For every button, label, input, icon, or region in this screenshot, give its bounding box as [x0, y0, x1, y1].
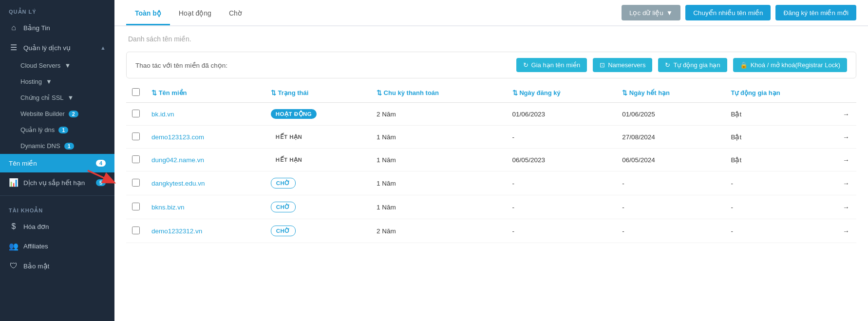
- status-badge: CHỜ: [271, 202, 296, 212]
- select-all-checkbox[interactable]: [132, 88, 140, 96]
- nameservers-button[interactable]: ⊡ Nameservers: [593, 58, 652, 72]
- quan-ly-dns-badge: 1: [58, 127, 68, 133]
- tab-hoat-dong[interactable]: Hoạt động: [170, 1, 220, 25]
- domain-table-wrapper: ⇅ Tên miền ⇅ Trạng thái ⇅ Chu kỳ thanh t…: [114, 83, 868, 243]
- quan-ly-dns-label: Quản lý dns: [20, 126, 55, 133]
- table-header: ⇅ Tên miền ⇅ Trạng thái ⇅ Chu kỳ thanh t…: [126, 83, 856, 103]
- lock-icon: 🔒: [740, 61, 748, 69]
- sort-icon: ⇅: [271, 89, 276, 96]
- website-builder-badge: 2: [69, 111, 78, 117]
- chu-ky-cell: 2 Năm: [371, 103, 507, 126]
- chart-icon: 📊: [9, 178, 19, 187]
- tu-dong-cell: -: [725, 171, 837, 195]
- nameservers-label: Nameservers: [608, 61, 645, 69]
- ngay-het-han-cell: -: [616, 219, 725, 243]
- row-arrow[interactable]: →: [837, 171, 856, 195]
- filter-button[interactable]: Lọc dữ liệu ▼: [622, 5, 680, 20]
- lock-button[interactable]: 🔒 Khoá / mở khoá(Registrar Lock): [733, 58, 847, 72]
- register-label: Đăng ký tên miền mới: [783, 9, 849, 17]
- bulk-actions-label: Thao tác với tên miền đã chọn:: [135, 61, 510, 69]
- row-checkbox[interactable]: [132, 155, 140, 163]
- dich-vu-label: Dịch vụ sắp hết hạn: [23, 179, 91, 187]
- ngay-dang-ky-cell: -: [507, 171, 617, 195]
- sidebar-item-bao-mat[interactable]: 🛡 Bảo mật: [0, 256, 114, 276]
- section-quan-ly: QUẢN LÝ: [0, 0, 114, 18]
- transfer-label: Chuyển nhiều tên miền: [693, 9, 763, 17]
- hoa-don-label: Hóa đơn: [23, 223, 106, 230]
- sidebar-item-quan-ly-dich-vu[interactable]: ☰ Quản lý dịch vụ ▲: [0, 38, 114, 57]
- sort-icon: ⇅: [151, 89, 157, 96]
- th-ngay-het-han[interactable]: ⇅ Ngày hết hạn: [616, 83, 725, 103]
- row-arrow[interactable]: →: [837, 103, 856, 126]
- row-checkbox[interactable]: [132, 203, 140, 210]
- tu-dong-cell: Bật: [725, 103, 837, 126]
- th-ten-mien[interactable]: ⇅ Tên miền: [146, 83, 265, 103]
- ten-mien-badge: 4: [96, 160, 106, 167]
- row-checkbox[interactable]: [132, 227, 140, 234]
- sort-icon: ⇅: [377, 89, 382, 96]
- dich-vu-badge: 5: [96, 179, 106, 186]
- ssl-label: Chứng chỉ SSL: [20, 94, 64, 101]
- ngay-dang-ky-cell: -: [507, 219, 617, 243]
- content-area: Danh sách tên miền. Thao tác với tên miề…: [114, 26, 868, 321]
- status-badge: HOẠT ĐỘNG: [271, 109, 317, 119]
- sidebar-divider: [0, 195, 114, 196]
- domain-list-label: Danh sách tên miền.: [114, 26, 868, 47]
- gia-han-label: Gia hạn tên miền: [531, 61, 581, 69]
- th-trang-thai[interactable]: ⇅ Trạng thái: [265, 83, 371, 103]
- website-builder-label: Website Builder: [20, 110, 65, 117]
- sidebar-item-chung-chi-ssl[interactable]: Chứng chỉ SSL ▼: [0, 90, 114, 106]
- row-checkbox[interactable]: [132, 179, 140, 187]
- sidebar-item-hosting[interactable]: Hosting ▼: [0, 74, 114, 90]
- ngay-dang-ky-cell: 01/06/2023: [507, 103, 617, 126]
- table-body: bk.id.vn HOẠT ĐỘNG 2 Năm 01/06/2023 01/0…: [126, 103, 856, 243]
- sidebar-item-dynamic-dns[interactable]: Dynamic DNS 1: [0, 138, 114, 154]
- sidebar-item-cloud-servers[interactable]: Cloud Servers ▼: [0, 57, 114, 74]
- row-arrow[interactable]: →: [837, 126, 856, 149]
- ngay-het-han-cell: 27/08/2024: [616, 126, 725, 149]
- table-row: bk.id.vn HOẠT ĐỘNG 2 Năm 01/06/2023 01/0…: [126, 103, 856, 126]
- domain-link[interactable]: bkns.biz.vn: [151, 204, 185, 211]
- sidebar-item-ten-mien[interactable]: Tên miền 4: [0, 154, 114, 172]
- th-ngay-dang-ky[interactable]: ⇅ Ngày đăng ký: [507, 83, 617, 103]
- domain-link[interactable]: demo123123.com: [151, 133, 204, 141]
- domain-link[interactable]: demo1232312.vn: [151, 227, 202, 235]
- row-arrow[interactable]: →: [837, 219, 856, 243]
- domain-link[interactable]: bk.id.vn: [151, 111, 174, 118]
- row-arrow[interactable]: →: [837, 149, 856, 171]
- sort-icon: ⇅: [512, 89, 518, 96]
- transfer-button[interactable]: Chuyển nhiều tên miền: [685, 5, 771, 20]
- chevron-down-icon: ▼: [666, 9, 673, 17]
- sidebar-item-bang-tin[interactable]: ⌂ Bảng Tin: [0, 18, 114, 38]
- sidebar-item-hoa-don[interactable]: $ Hóa đơn: [0, 217, 114, 236]
- tu-dong-cell: Bật: [725, 149, 837, 171]
- domain-link[interactable]: dangkytest.edu.vn: [151, 180, 205, 187]
- domain-link[interactable]: dung042.name.vn: [151, 156, 204, 164]
- sidebar-item-dich-vu-sap-het-han[interactable]: 📊 Dịch vụ sắp hết hạn 5: [0, 172, 114, 192]
- ngay-dang-ky-cell: -: [507, 195, 617, 219]
- status-badge: HẾT HẠN: [271, 132, 307, 142]
- gia-han-button[interactable]: ↻ Gia hạn tên miền: [516, 58, 587, 72]
- chu-ky-cell: 1 Năm: [371, 195, 507, 219]
- row-checkbox[interactable]: [132, 132, 140, 140]
- bao-mat-label: Bảo mật: [23, 262, 106, 270]
- table-row: bkns.biz.vn CHỜ 1 Năm - - - →: [126, 195, 856, 219]
- security-icon: 🛡: [9, 262, 19, 270]
- tab-toan-bo[interactable]: Toàn bộ: [126, 1, 170, 25]
- sidebar-item-website-builder[interactable]: Website Builder 2: [0, 106, 114, 122]
- sidebar-item-affiliates[interactable]: 👥 Affiliates: [0, 236, 114, 256]
- ten-mien-label: Tên miền: [9, 159, 91, 167]
- tab-cho[interactable]: Chờ: [220, 1, 251, 25]
- sidebar-item-quan-ly-dns[interactable]: Quản lý dns 1: [0, 122, 114, 138]
- auto-renew-button[interactable]: ↻ Tự động gia hạn: [658, 58, 727, 72]
- row-checkbox[interactable]: [132, 110, 140, 117]
- lock-label: Khoá / mở khoá(Registrar Lock): [751, 61, 840, 69]
- auto-renew-label: Tự động gia hạn: [673, 61, 720, 69]
- th-chu-ky[interactable]: ⇅ Chu kỳ thanh toán: [371, 83, 507, 103]
- row-arrow[interactable]: →: [837, 195, 856, 219]
- dynamic-dns-badge: 1: [64, 143, 74, 150]
- ngay-dang-ky-cell: -: [507, 126, 617, 149]
- ngay-het-han-cell: 06/05/2024: [616, 149, 725, 171]
- register-button[interactable]: Đăng ký tên miền mới: [775, 5, 856, 20]
- invoice-icon: $: [9, 222, 19, 231]
